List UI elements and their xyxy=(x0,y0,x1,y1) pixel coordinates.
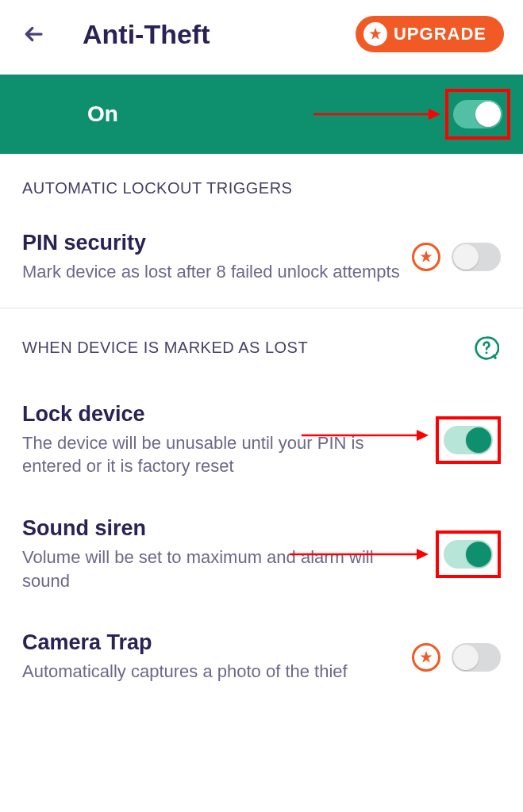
setting-title: Sound siren xyxy=(22,516,425,541)
setting-text: PIN security Mark device as lost after 8… xyxy=(22,231,401,284)
sound-siren-toggle[interactable] xyxy=(444,540,493,569)
setting-desc: Mark device as lost after 8 failed unloc… xyxy=(22,260,401,284)
help-icon xyxy=(474,335,499,361)
upgrade-star-icon xyxy=(363,22,387,46)
camera-trap-toggle[interactable] xyxy=(452,643,501,672)
annotation-box xyxy=(436,530,501,578)
setting-desc: Automatically captures a photo of the th… xyxy=(22,660,401,684)
lock-device-toggle[interactable] xyxy=(444,426,493,454)
setting-desc: The device will be unusable until your P… xyxy=(22,431,425,478)
back-button[interactable] xyxy=(19,20,48,48)
section-header-triggers: AUTOMATIC LOCKOUT TRIGGERS xyxy=(0,154,523,197)
setting-pin-security[interactable]: PIN security Mark device as lost after 8… xyxy=(0,197,523,308)
setting-text: Lock device The device will be unusable … xyxy=(22,402,425,478)
setting-text: Sound siren Volume will be set to maximu… xyxy=(22,516,425,592)
section-header-lost-label: WHEN DEVICE IS MARKED AS LOST xyxy=(22,339,308,357)
upgrade-label: UPGRADE xyxy=(394,24,486,44)
status-label: On xyxy=(87,102,501,127)
setting-title: Lock device xyxy=(22,402,425,427)
annotation-box xyxy=(445,89,510,140)
setting-title: PIN security xyxy=(22,231,401,255)
setting-camera-trap[interactable]: Camera Trap Automatically captures a pho… xyxy=(0,611,523,703)
annotation-box xyxy=(436,416,501,464)
setting-text: Camera Trap Automatically captures a pho… xyxy=(22,630,401,684)
svg-point-2 xyxy=(486,351,488,354)
upgrade-button[interactable]: UPGRADE xyxy=(356,16,504,52)
page-title: Anti-Theft xyxy=(83,19,356,50)
section-header-lost: WHEN DEVICE IS MARKED AS LOST xyxy=(0,308,523,362)
setting-title: Camera Trap xyxy=(22,630,401,655)
header: Anti-Theft UPGRADE xyxy=(0,0,523,75)
help-button[interactable] xyxy=(472,334,501,362)
setting-lock-device[interactable]: Lock device The device will be unusable … xyxy=(0,362,523,497)
arrow-left-icon xyxy=(21,22,45,46)
pin-security-toggle[interactable] xyxy=(452,243,501,271)
setting-desc: Volume will be set to maximum and alarm … xyxy=(22,546,425,592)
status-banner: On xyxy=(0,75,523,154)
premium-star-icon xyxy=(412,643,440,672)
master-toggle[interactable] xyxy=(453,100,502,128)
premium-star-icon xyxy=(412,243,440,271)
setting-sound-siren[interactable]: Sound siren Volume will be set to maximu… xyxy=(0,497,523,611)
section-header-triggers-label: AUTOMATIC LOCKOUT TRIGGERS xyxy=(22,179,292,197)
